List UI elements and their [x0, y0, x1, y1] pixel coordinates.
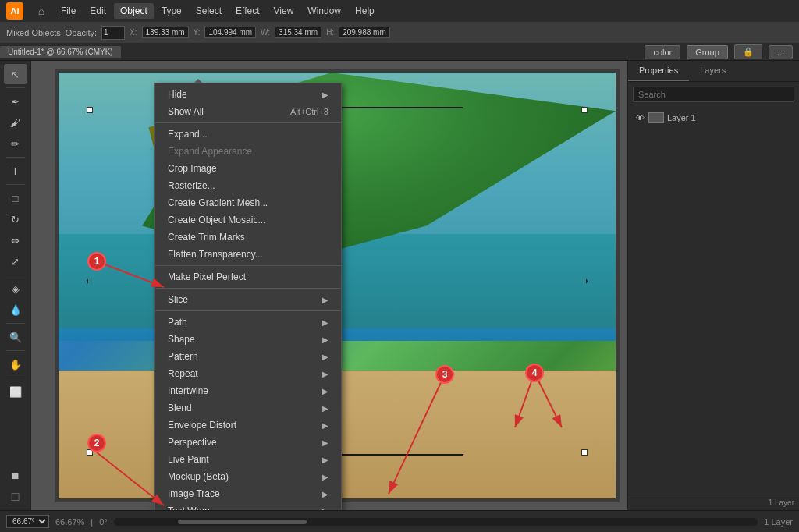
zoom-label: 66.67%	[55, 517, 84, 527]
menu-blend[interactable]: Blend ▶	[155, 399, 341, 417]
group-button[interactable]: Group	[687, 45, 728, 59]
menu-trim-marks[interactable]: Create Trim Marks	[155, 229, 341, 246]
menu-envelope-distort[interactable]: Envelope Distort ▶	[155, 417, 341, 434]
menu-path[interactable]: Path ▶	[155, 314, 341, 331]
menu-rasterize[interactable]: Rasterize...	[155, 177, 341, 194]
bottom-bar: 66.67% 66.67% | 0° 1 Layer	[0, 510, 799, 532]
menu-repeat[interactable]: Repeat ▶	[155, 365, 341, 382]
eyedropper-tool[interactable]: 💧	[4, 300, 27, 320]
color-button[interactable]: color	[645, 45, 680, 59]
menu-image-trace[interactable]: Image Trace ▶	[155, 485, 341, 502]
menu-text-wrap[interactable]: Text Wrap ▶	[155, 502, 341, 510]
h-label: H:	[326, 28, 334, 37]
menu-show-all[interactable]: Show All Alt+Ctrl+3	[155, 103, 341, 120]
menu-expand-appearance: Expand Appearance	[155, 143, 341, 160]
brush-tool[interactable]: 🖌	[4, 112, 27, 133]
rotate-tool[interactable]: ↻	[4, 209, 27, 229]
panel-tabs: Properties Layers	[628, 61, 799, 82]
menu-pixel-perfect[interactable]: Make Pixel Perfect	[155, 268, 341, 286]
lock-icon-button[interactable]: 🔒	[734, 44, 762, 59]
menu-file[interactable]: File	[55, 3, 82, 19]
tab-layers[interactable]: Layers	[689, 61, 737, 81]
rotation-value: 0°	[99, 517, 108, 527]
opacity-input[interactable]	[101, 26, 125, 40]
horizontal-scrollbar[interactable]	[114, 518, 758, 526]
badge-1: 1	[87, 252, 106, 271]
tab-properties[interactable]: Properties	[628, 61, 689, 81]
layer-row: 👁 Layer 1	[631, 110, 796, 126]
shape-tool[interactable]: □	[4, 188, 27, 208]
zoom-tool[interactable]: 🔍	[4, 327, 27, 347]
w-label: W:	[261, 28, 270, 37]
pen-tool[interactable]: ✒	[4, 91, 27, 112]
ai-logo: Ai	[6, 2, 23, 20]
menu-object-mosaic[interactable]: Create Object Mosaic...	[155, 211, 341, 229]
menu-window[interactable]: Window	[301, 3, 347, 19]
select-tool[interactable]: ↖	[4, 64, 27, 84]
reflect-tool[interactable]: ⇔	[4, 230, 27, 250]
left-toolbar: ↖ ✒ 🖌 ✏ T □ ↻ ⇔ ⤢ ◈ 💧 🔍 ✋ ⬜ ■ □	[0, 61, 31, 510]
mixed-objects-label: Mixed Objects	[6, 28, 61, 37]
layer-count-status: 1 Layer	[764, 517, 793, 527]
menu-pattern[interactable]: Pattern ▶	[155, 348, 341, 365]
menu-mockup[interactable]: Mockup (Beta) ▶	[155, 468, 341, 485]
main-area: ↖ ✒ 🖌 ✏ T □ ↻ ⇔ ⤢ ◈ 💧 🔍 ✋ ⬜ ■ □	[0, 61, 799, 510]
gradient-tool[interactable]: ◈	[4, 278, 27, 299]
more-options-button[interactable]: ...	[769, 45, 793, 59]
scale-tool[interactable]: ⤢	[4, 251, 27, 271]
menu-live-paint[interactable]: Live Paint ▶	[155, 451, 341, 468]
search-input[interactable]	[633, 87, 794, 102]
menu-intertwine[interactable]: Intertwine ▶	[155, 382, 341, 399]
x-label: X:	[130, 28, 137, 37]
y-label: Y:	[194, 28, 201, 37]
home-btn[interactable]: ⌂	[30, 1, 53, 21]
menu-effect[interactable]: Effect	[229, 3, 265, 19]
layer-count-footer: 1 Layer	[628, 495, 799, 510]
object-menu: Hide ▶ Show All Alt+Ctrl+3 Expand... Exp…	[154, 83, 342, 510]
pencil-tool[interactable]: ✏	[4, 133, 27, 154]
layer-icon	[648, 112, 664, 123]
menu-edit[interactable]: Edit	[83, 3, 112, 19]
menu-type[interactable]: Type	[155, 3, 188, 19]
badge-2: 2	[87, 434, 106, 452]
rotation-label: |	[91, 517, 93, 527]
type-tool[interactable]: T	[4, 161, 27, 181]
zoom-select[interactable]: 66.67%	[6, 515, 49, 528]
right-panel: Properties Layers 👁 Layer 1 1 Layer	[627, 61, 799, 510]
canvas-area: Hide ▶ Show All Alt+Ctrl+3 Expand... Exp…	[31, 61, 627, 510]
menu-flatten[interactable]: Flatten Transparency...	[155, 246, 341, 263]
menu-help[interactable]: Help	[349, 3, 381, 19]
panel-search-area	[628, 82, 799, 107]
y-value: 104.994 mm	[204, 27, 256, 38]
menu-perspective[interactable]: Perspective ▶	[155, 434, 341, 451]
menu-select[interactable]: Select	[190, 3, 228, 19]
document-tab[interactable]: Untitled-1* @ 66.67% (CMYK)	[0, 46, 121, 58]
menu-shape[interactable]: Shape ▶	[155, 331, 341, 348]
layers-content: 👁 Layer 1	[628, 107, 799, 495]
menu-slice[interactable]: Slice ▶	[155, 291, 341, 308]
badge-3: 3	[435, 365, 454, 384]
menu-bar: Ai ⌂ File Edit Object Type Select Effect…	[0, 0, 799, 22]
w-value: 315.34 mm	[275, 27, 321, 38]
visibility-icon[interactable]: 👁	[634, 112, 645, 123]
x-value: 139.33 mm	[142, 27, 189, 38]
menu-expand[interactable]: Expand...	[155, 126, 341, 143]
layer-name: Layer 1	[667, 113, 696, 122]
stroke-color[interactable]: □	[4, 487, 27, 507]
menu-crop-image[interactable]: Crop Image	[155, 160, 341, 177]
menu-object[interactable]: Object	[114, 3, 154, 19]
menu-gradient-mesh[interactable]: Create Gradient Mesh...	[155, 194, 341, 211]
h-value: 209.988 mm	[339, 27, 390, 38]
menu-hide[interactable]: Hide ▶	[155, 86, 341, 103]
opacity-label: Opacity:	[66, 28, 97, 37]
badge-4: 4	[525, 364, 544, 382]
artboard-tool[interactable]: ⬜	[4, 381, 27, 402]
hand-tool[interactable]: ✋	[4, 354, 27, 374]
menu-view[interactable]: View	[268, 3, 300, 19]
fill-color[interactable]: ■	[4, 466, 27, 486]
